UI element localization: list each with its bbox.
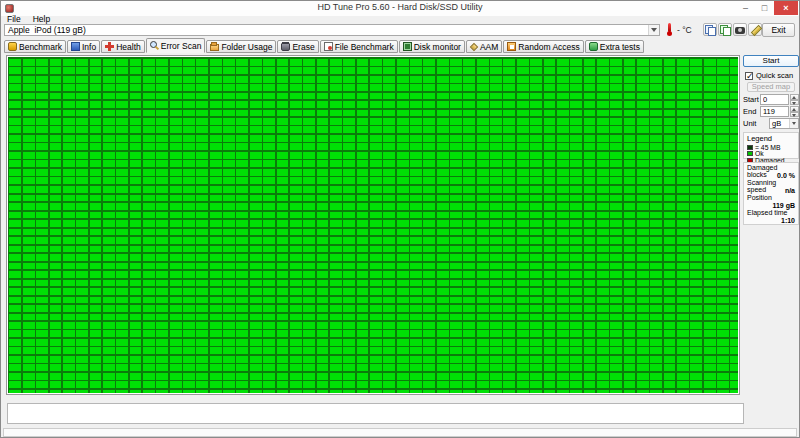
thermometer-icon bbox=[666, 23, 674, 36]
status-bar bbox=[3, 428, 797, 437]
trash-icon bbox=[281, 43, 290, 51]
unit-select-value: gB bbox=[770, 119, 789, 128]
end-field-input[interactable] bbox=[760, 106, 789, 117]
hd-tune-window: HD Tune Pro 5.60 - Hard Disk/SSD Utility… bbox=[0, 0, 800, 438]
tab-label: Benchmark bbox=[19, 42, 62, 52]
tab-label: Health bbox=[116, 42, 141, 52]
spinner-down-icon[interactable] bbox=[790, 100, 799, 106]
legend-box: Legend = 45 MB Ok Damaged bbox=[743, 132, 799, 159]
tab-error-scan[interactable]: Error Scan bbox=[146, 38, 206, 53]
tab-extra-tests[interactable]: Extra tests bbox=[585, 40, 644, 53]
tab-label: Error Scan bbox=[161, 41, 202, 51]
copy-screenshot-icon bbox=[720, 25, 730, 35]
file-icon bbox=[324, 42, 333, 51]
tab-label: Disk monitor bbox=[414, 42, 461, 52]
temperature-value: - bbox=[677, 25, 680, 35]
tab-label: File Benchmark bbox=[335, 42, 394, 52]
pencil-log-icon bbox=[750, 25, 760, 35]
start-spinner bbox=[790, 94, 799, 105]
tab-label: Folder Usage bbox=[221, 42, 272, 52]
scanning-speed-label: Scanning speed bbox=[747, 179, 795, 187]
speed-map-button[interactable]: Speed map bbox=[747, 82, 795, 92]
quick-scan-checkbox[interactable] bbox=[745, 72, 753, 80]
tab-aam[interactable]: AAM bbox=[466, 40, 502, 53]
device-select-value: Apple iPod (119 gB) bbox=[5, 25, 648, 35]
position-value: 119 gB bbox=[747, 202, 795, 210]
health-cross-icon bbox=[105, 42, 114, 51]
copy-text-icon bbox=[705, 25, 715, 35]
benchmark-icon bbox=[8, 42, 17, 51]
position-label: Position bbox=[747, 194, 795, 202]
unit-select-arrow bbox=[789, 119, 798, 128]
quick-scan-label: Quick scan bbox=[756, 71, 793, 80]
menu-help[interactable]: Help bbox=[27, 15, 56, 24]
chevron-down-icon bbox=[792, 122, 796, 125]
scan-block-map bbox=[8, 57, 738, 393]
end-spinner bbox=[790, 106, 799, 117]
copy-text-button[interactable] bbox=[703, 23, 717, 36]
tab-label: Info bbox=[82, 42, 96, 52]
camera-icon bbox=[735, 27, 745, 34]
block-size-swatch bbox=[747, 145, 753, 150]
info-icon bbox=[71, 42, 80, 51]
spinner-down-icon[interactable] bbox=[790, 112, 799, 118]
tab-label: Erase bbox=[292, 42, 314, 52]
tab-health[interactable]: Health bbox=[101, 40, 145, 53]
damaged-blocks-label: Damaged blocks bbox=[747, 164, 795, 172]
maximize-button[interactable]: □ bbox=[755, 1, 774, 15]
device-select[interactable]: Apple iPod (119 gB) bbox=[4, 24, 660, 36]
magnifier-icon bbox=[150, 41, 159, 50]
menu-bar: File Help bbox=[1, 15, 799, 24]
quick-scan-row: Quick scan bbox=[745, 71, 793, 80]
window-title: HD Tune Pro 5.60 - Hard Disk/SSD Utility bbox=[1, 2, 799, 12]
stats-box: Damaged blocks 0.0 % Scanning speed n/a … bbox=[743, 162, 799, 225]
unit-field-row: Unit gB bbox=[743, 118, 799, 129]
exit-button[interactable]: Exit bbox=[762, 23, 795, 37]
elapsed-time-value: 1:10 bbox=[747, 217, 795, 225]
end-field-label: End bbox=[743, 107, 760, 116]
copy-screenshot-button[interactable] bbox=[718, 23, 732, 36]
tab-disk-monitor[interactable]: Disk monitor bbox=[399, 40, 465, 53]
pencil-log-button[interactable] bbox=[748, 23, 762, 36]
title-bar: HD Tune Pro 5.60 - Hard Disk/SSD Utility… bbox=[1, 1, 799, 16]
scan-map-panel bbox=[6, 55, 740, 395]
end-field-row: End bbox=[743, 106, 799, 117]
tab-folder-usage[interactable]: Folder Usage bbox=[206, 40, 276, 53]
temperature-unit: °C bbox=[682, 25, 692, 35]
temperature-readout: - °C bbox=[677, 25, 692, 35]
camera-button[interactable] bbox=[733, 23, 747, 36]
device-select-arrow bbox=[648, 25, 659, 35]
aam-icon bbox=[470, 42, 478, 50]
extra-tests-icon bbox=[589, 42, 598, 51]
start-field-input[interactable] bbox=[760, 94, 789, 105]
legend-title: Legend bbox=[747, 134, 795, 143]
menu-file[interactable]: File bbox=[1, 15, 27, 24]
random-access-icon bbox=[507, 42, 516, 51]
unit-field-label: Unit bbox=[743, 119, 760, 128]
chevron-down-icon bbox=[651, 28, 657, 32]
tab-info[interactable]: Info bbox=[67, 40, 100, 53]
unit-select[interactable]: gB bbox=[769, 118, 799, 129]
tab-bar: Benchmark Info Health Error Scan Folder … bbox=[4, 38, 644, 53]
elapsed-time-label: Elapsed time bbox=[747, 209, 795, 217]
tab-label: Random Access bbox=[518, 42, 579, 52]
tab-label: Extra tests bbox=[600, 42, 640, 52]
tab-erase[interactable]: Erase bbox=[277, 40, 318, 53]
ok-swatch bbox=[747, 151, 753, 156]
tab-benchmark[interactable]: Benchmark bbox=[4, 40, 66, 53]
start-field-row: Start bbox=[743, 94, 799, 105]
tab-label: AAM bbox=[480, 42, 498, 52]
folder-icon bbox=[210, 44, 219, 51]
start-field-label: Start bbox=[743, 95, 760, 104]
tab-file-benchmark[interactable]: File Benchmark bbox=[320, 40, 398, 53]
message-box bbox=[7, 403, 744, 424]
start-button[interactable]: Start bbox=[743, 55, 799, 67]
minimize-button[interactable]: – bbox=[736, 1, 755, 15]
tab-random-access[interactable]: Random Access bbox=[503, 40, 583, 53]
monitor-icon bbox=[403, 42, 412, 51]
close-button[interactable]: × bbox=[774, 1, 798, 15]
